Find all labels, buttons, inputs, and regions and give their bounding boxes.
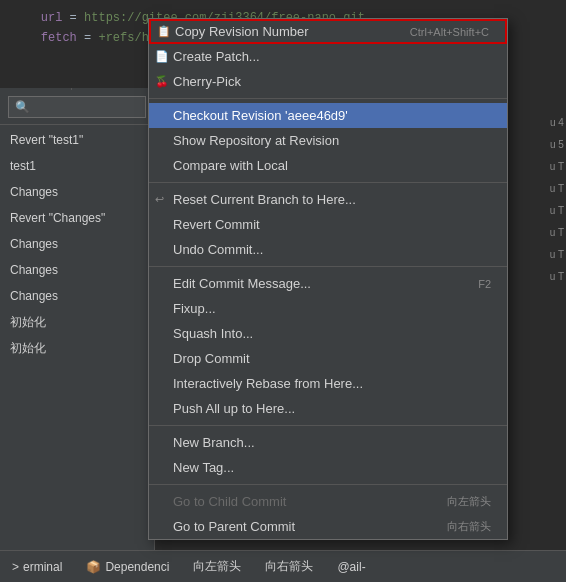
menu-item-edit-message[interactable]: Edit Commit Message... F2 — [149, 271, 507, 296]
log-panel: Revert "test1" test1 Changes Revert "Cha… — [0, 90, 155, 582]
log-item-4[interactable]: Changes — [0, 231, 154, 257]
nav-left[interactable]: 向左箭头 — [181, 551, 253, 582]
user-label: @ail- — [337, 560, 365, 574]
log-item-5[interactable]: Changes — [0, 257, 154, 283]
separator-4 — [149, 425, 507, 426]
menu-label-fixup: Fixup... — [173, 301, 216, 316]
menu-item-revert-commit[interactable]: Revert Commit — [149, 212, 507, 237]
dependencies-icon: 📦 — [86, 560, 101, 574]
separator-5 — [149, 484, 507, 485]
menu-label-checkout-revision: Checkout Revision 'aeee46d9' — [173, 108, 348, 123]
menu-label-new-tag: New Tag... — [173, 460, 234, 475]
right-col-2: u 5 — [550, 134, 564, 156]
log-item-3[interactable]: Revert "Changes" — [0, 205, 154, 231]
menu-label-rebase: Interactively Rebase from Here... — [173, 376, 363, 391]
menu-shortcut-go-child: 向左箭头 — [447, 494, 491, 509]
menu-label-squash: Squash Into... — [173, 326, 253, 341]
menu-item-cherry-pick[interactable]: 🍒 Cherry-Pick — [149, 69, 507, 94]
terminal-label: erminal — [23, 560, 62, 574]
log-item-2[interactable]: Changes — [0, 179, 154, 205]
menu-label-push-up: Push All up to Here... — [173, 401, 295, 416]
menu-item-create-patch[interactable]: 📄 Create Patch... — [149, 44, 507, 69]
right-col-5: u T — [550, 200, 564, 222]
menu-label-edit-message: Edit Commit Message... — [173, 276, 311, 291]
menu-label-create-patch: Create Patch... — [173, 49, 260, 64]
menu-label-show-repository: Show Repository at Revision — [173, 133, 339, 148]
menu-item-rebase[interactable]: Interactively Rebase from Here... — [149, 371, 507, 396]
context-menu: 📋 Copy Revision Number Ctrl+Alt+Shift+C … — [148, 18, 508, 540]
search-area — [0, 90, 154, 125]
menu-label-go-child: Go to Child Commit — [173, 494, 286, 509]
menu-item-reset-branch[interactable]: ↩ Reset Current Branch to Here... — [149, 187, 507, 212]
menu-shortcut-edit-message: F2 — [478, 278, 491, 290]
menu-label-go-parent: Go to Parent Commit — [173, 519, 295, 534]
menu-shortcut-copy-revision: Ctrl+Alt+Shift+C — [410, 26, 489, 38]
menu-shortcut-go-parent: 向右箭头 — [447, 519, 491, 534]
copy-icon: 📋 — [157, 25, 171, 38]
menu-item-new-branch[interactable]: New Branch... — [149, 430, 507, 455]
dependencies-label: Dependenci — [105, 560, 169, 574]
menu-item-squash[interactable]: Squash Into... — [149, 321, 507, 346]
cherry-icon: 🍒 — [155, 75, 169, 88]
right-indicators: u 4 u 5 u T u T u T u T u T u T — [550, 112, 564, 288]
menu-item-checkout-revision[interactable]: Checkout Revision 'aeee46d9' — [149, 103, 507, 128]
menu-item-copy-revision[interactable]: 📋 Copy Revision Number Ctrl+Alt+Shift+C — [149, 19, 507, 44]
right-col-3: u T — [550, 156, 564, 178]
separator-2 — [149, 182, 507, 183]
terminal-tab[interactable]: > erminal — [0, 551, 74, 582]
menu-item-show-repository[interactable]: Show Repository at Revision — [149, 128, 507, 153]
separator-1 — [149, 98, 507, 99]
right-col-1: u 4 — [550, 112, 564, 134]
terminal-icon: > — [12, 560, 19, 574]
menu-label-copy-revision: Copy Revision Number — [175, 24, 309, 39]
bottom-bar: > erminal 📦 Dependenci 向左箭头 向右箭头 @ail- — [0, 550, 566, 582]
separator-3 — [149, 266, 507, 267]
menu-label-drop-commit: Drop Commit — [173, 351, 250, 366]
log-item-8[interactable]: 初始化 — [0, 335, 154, 361]
nav-right[interactable]: 向右箭头 — [253, 551, 325, 582]
menu-label-undo-commit: Undo Commit... — [173, 242, 263, 257]
menu-label-new-branch: New Branch... — [173, 435, 255, 450]
left-arrow-icon: 向左箭头 — [193, 558, 241, 575]
menu-item-new-tag[interactable]: New Tag... — [149, 455, 507, 480]
menu-item-drop-commit[interactable]: Drop Commit — [149, 346, 507, 371]
log-item-1[interactable]: test1 — [0, 153, 154, 179]
right-col-4: u T — [550, 178, 564, 200]
patch-icon: 📄 — [155, 50, 169, 63]
menu-item-fixup[interactable]: Fixup... — [149, 296, 507, 321]
menu-item-compare-local[interactable]: Compare with Local — [149, 153, 507, 178]
right-col-8: u T — [550, 266, 564, 288]
menu-item-go-child: Go to Child Commit 向左箭头 — [149, 489, 507, 514]
menu-label-reset-branch: Reset Current Branch to Here... — [173, 192, 356, 207]
right-col-7: u T — [550, 244, 564, 266]
menu-item-go-parent[interactable]: Go to Parent Commit 向右箭头 — [149, 514, 507, 539]
log-item-0[interactable]: Revert "test1" — [0, 127, 154, 153]
menu-label-revert-commit: Revert Commit — [173, 217, 260, 232]
dependencies-tab[interactable]: 📦 Dependenci — [74, 551, 181, 582]
right-arrow-icon: 向右箭头 — [265, 558, 313, 575]
menu-item-push-up[interactable]: Push All up to Here... — [149, 396, 507, 421]
menu-label-compare-local: Compare with Local — [173, 158, 288, 173]
right-col-6: u T — [550, 222, 564, 244]
menu-item-undo-commit[interactable]: Undo Commit... — [149, 237, 507, 262]
menu-label-cherry-pick: Cherry-Pick — [173, 74, 241, 89]
reset-icon: ↩ — [155, 193, 164, 206]
log-entries: Revert "test1" test1 Changes Revert "Cha… — [0, 125, 154, 363]
user-info: @ail- — [325, 551, 377, 582]
search-input[interactable] — [8, 96, 146, 118]
log-item-6[interactable]: Changes — [0, 283, 154, 309]
log-item-7[interactable]: 初始化 — [0, 309, 154, 335]
